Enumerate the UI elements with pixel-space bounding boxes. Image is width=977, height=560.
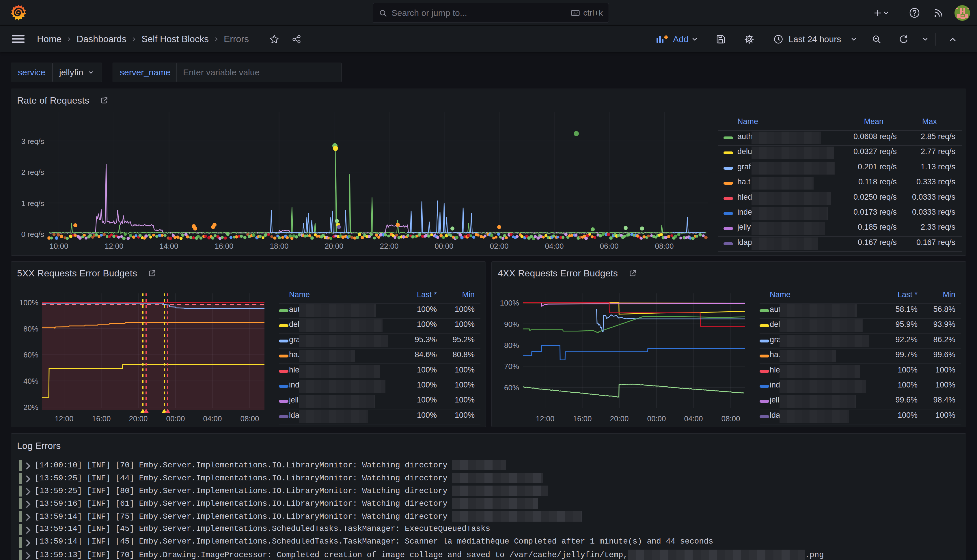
svg-text:04:00: 04:00	[545, 242, 564, 250]
svg-text:100%: 100%	[500, 298, 519, 307]
svg-text:08:00: 08:00	[240, 414, 259, 423]
svg-text:08:00: 08:00	[655, 242, 673, 250]
svg-text:10:00: 10:00	[49, 242, 68, 250]
svg-text:16:00: 16:00	[214, 242, 233, 250]
svg-text:20:00: 20:00	[324, 242, 343, 250]
svg-text:06:00: 06:00	[600, 242, 618, 250]
svg-text:12:00: 12:00	[536, 414, 554, 423]
svg-text:00:00: 00:00	[647, 414, 666, 423]
svg-text:18:00: 18:00	[270, 242, 289, 250]
svg-text:90%: 90%	[504, 320, 519, 328]
svg-text:00:00: 00:00	[434, 242, 453, 250]
svg-text:00:00: 00:00	[166, 414, 185, 423]
svg-text:0 req/s: 0 req/s	[22, 230, 45, 238]
svg-text:22:00: 22:00	[380, 242, 398, 250]
svg-text:12:00: 12:00	[105, 242, 123, 250]
svg-text:100%: 100%	[19, 298, 39, 307]
svg-text:20:00: 20:00	[610, 414, 628, 423]
svg-text:16:00: 16:00	[92, 414, 110, 423]
svg-text:60%: 60%	[504, 383, 519, 392]
svg-text:20:00: 20:00	[129, 414, 147, 423]
svg-text:02:00: 02:00	[490, 242, 508, 250]
svg-text:80%: 80%	[504, 341, 519, 350]
svg-text:16:00: 16:00	[573, 414, 591, 423]
svg-text:20%: 20%	[23, 403, 38, 412]
svg-text:60%: 60%	[23, 350, 38, 359]
svg-text:70%: 70%	[504, 362, 519, 371]
svg-text:04:00: 04:00	[684, 414, 703, 423]
svg-text:80%: 80%	[23, 325, 38, 333]
svg-text:04:00: 04:00	[203, 414, 222, 423]
svg-text:12:00: 12:00	[55, 414, 73, 423]
svg-text:3 req/s: 3 req/s	[22, 137, 45, 146]
svg-text:14:00: 14:00	[159, 242, 178, 250]
svg-text:2 req/s: 2 req/s	[22, 168, 45, 177]
svg-text:40%: 40%	[23, 377, 38, 385]
svg-text:08:00: 08:00	[721, 414, 740, 423]
svg-text:1 req/s: 1 req/s	[22, 199, 45, 208]
